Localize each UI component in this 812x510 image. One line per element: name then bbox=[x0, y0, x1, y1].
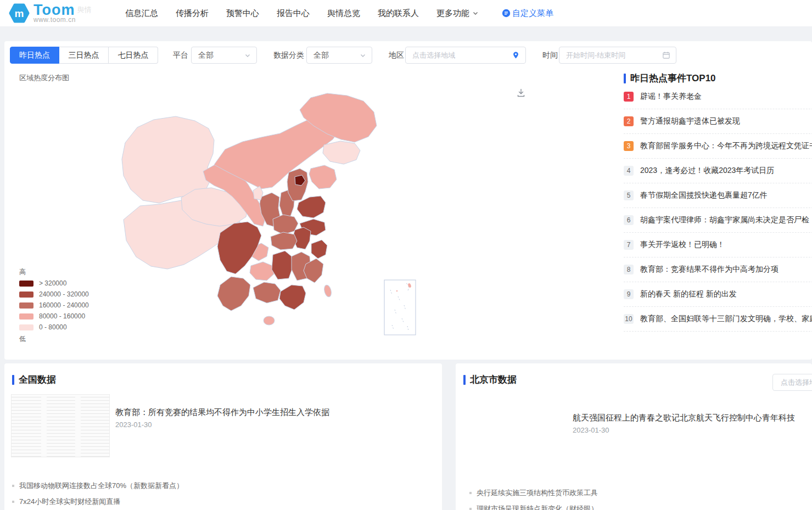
hot-event-row[interactable]: 2警方通报胡鑫宇遗体已被发现 bbox=[624, 109, 812, 134]
platform-label: 平台 bbox=[173, 47, 188, 64]
south-china-sea-inset bbox=[384, 280, 416, 335]
rank-badge: 5 bbox=[624, 190, 634, 200]
nav-menu: 信息汇总 传播分析 预警中心 报告中心 舆情总览 我的联系人 更多功能 自定义菜… bbox=[125, 0, 553, 26]
time-input-wrap bbox=[559, 47, 676, 64]
nav-item-info-summary[interactable]: 信息汇总 bbox=[125, 8, 158, 19]
custom-menu-label: 自定义菜单 bbox=[512, 8, 553, 19]
menu-circle-icon bbox=[502, 9, 511, 18]
hot-event-row[interactable]: 1辟谣！事关养老金 bbox=[624, 85, 812, 109]
hot-event-title[interactable]: 2023，逢考必过！收藏2023年考试日历 bbox=[640, 166, 774, 176]
legend-label-level5: > 320000 bbox=[39, 279, 66, 287]
rank-badge: 8 bbox=[624, 265, 634, 274]
rank-badge: 2 bbox=[624, 116, 634, 126]
platform-select-value: 全部 bbox=[198, 51, 244, 60]
brand-hexagon-icon: m bbox=[8, 2, 30, 24]
national-data-card: 全国数据 教育部：所有竞赛的结果均不得作为中小学生招生入学依据 2023-01-… bbox=[4, 363, 442, 510]
tab-seven-day-hot[interactable]: 七日热点 bbox=[109, 47, 158, 64]
hot-event-title[interactable]: 胡鑫宇案代理律师：胡鑫宇家属尚未决定是否尸检 bbox=[640, 215, 809, 225]
rank-badge: 7 bbox=[624, 240, 634, 250]
hot-event-title[interactable]: 事关开学返校！已明确！ bbox=[640, 240, 725, 250]
legend-label-level1: 0 - 80000 bbox=[39, 323, 67, 331]
news-list-text[interactable]: 理财市场呈现新特点新变化（财经眼） bbox=[477, 504, 598, 510]
news-thumbnail[interactable] bbox=[11, 394, 110, 457]
nav-item-contacts[interactable]: 我的联系人 bbox=[378, 8, 419, 19]
nav-item-opinion-overview[interactable]: 舆情总览 bbox=[327, 8, 360, 19]
hot-event-title[interactable]: 新的春天 新的征程 新的出发 bbox=[640, 289, 737, 299]
news-list-item[interactable]: 央行延续实施三项结构性货币政策工具 bbox=[469, 485, 807, 501]
news-title[interactable]: 教育部：所有竞赛的结果均不得作为中小学生招生入学依据 bbox=[115, 407, 434, 418]
news-list-item[interactable]: 理财市场呈现新特点新变化（财经眼） bbox=[469, 501, 807, 510]
hot-event-row[interactable]: 10教育部、全国妇联等十三部门发文明确，学校、家庭、社会 bbox=[624, 307, 812, 332]
legend-label-level2: 80000 - 160000 bbox=[39, 312, 85, 320]
tab-three-day-hot[interactable]: 三日热点 bbox=[59, 47, 109, 64]
rank-badge: 3 bbox=[624, 141, 634, 151]
hot-event-row[interactable]: 9新的春天 新的征程 新的出发 bbox=[624, 282, 812, 307]
map-title: 区域热度分布图 bbox=[19, 73, 69, 83]
beijing-region-select[interactable]: 点击选择地域 bbox=[772, 374, 812, 391]
hotspot-panel: 昨日热点 三日热点 七日热点 平台 全部 数据分类 全部 地区 时间 区域热度分… bbox=[4, 41, 812, 360]
news-list-item[interactable]: 7x24小时全球实时财经新闻直播 bbox=[12, 494, 436, 509]
hot-event-row[interactable]: 6胡鑫宇案代理律师：胡鑫宇家属尚未决定是否尸检 bbox=[624, 208, 812, 233]
svg-text:m: m bbox=[15, 8, 24, 19]
legend-low-label: 低 bbox=[19, 334, 89, 344]
rank-badge: 6 bbox=[624, 215, 634, 225]
hot-event-title[interactable]: 春节假期全国揽投快递包裹量超7亿件 bbox=[640, 190, 768, 200]
hot-event-title[interactable]: 教育部、全国妇联等十三部门发文明确，学校、家庭、社会 bbox=[640, 314, 812, 324]
news-list-text[interactable]: 央行延续实施三项结构性货币政策工具 bbox=[477, 488, 598, 498]
hot-event-row[interactable]: 5春节假期全国揽投快递包裹量超7亿件 bbox=[624, 183, 812, 208]
news-list-text[interactable]: 我国移动物联网连接数占全球70%（新数据新看点） bbox=[19, 481, 183, 491]
hot-event-row[interactable]: 8教育部：竞赛结果不得作为中高考加分项 bbox=[624, 257, 812, 282]
hot-event-row[interactable]: 42023，逢考必过！收藏2023年考试日历 bbox=[624, 159, 812, 183]
hot-event-row[interactable]: 7事关开学返校！已明确！ bbox=[624, 233, 812, 257]
nav-item-warning-center[interactable]: 预警中心 bbox=[226, 8, 259, 19]
title-accent-bar bbox=[12, 375, 14, 385]
national-card-title: 全国数据 bbox=[12, 373, 56, 386]
location-pin-icon[interactable] bbox=[512, 51, 520, 59]
chevron-down-icon bbox=[472, 10, 479, 16]
title-accent-bar bbox=[624, 74, 626, 83]
top10-title: 昨日热点事件TOP10 bbox=[624, 72, 812, 85]
nav-item-more-functions[interactable]: 更多功能 bbox=[436, 8, 479, 19]
news-list-item[interactable]: 我国移动物联网连接数占全球70%（新数据新看点） bbox=[12, 478, 436, 494]
legend-swatch-level5 bbox=[19, 281, 33, 287]
period-tabs: 昨日热点 三日热点 七日热点 bbox=[10, 47, 158, 64]
legend-high-label: 高 bbox=[19, 267, 89, 277]
brand-domain: www.toom.cn bbox=[33, 16, 91, 24]
custom-menu-link[interactable]: 自定义菜单 bbox=[502, 8, 553, 19]
news-title[interactable]: 航天强国征程上的青春之歌记北京航天飞行控制中心青年科技 bbox=[573, 413, 812, 423]
category-label: 数据分类 bbox=[273, 47, 304, 64]
news-thumbnail-placeholder bbox=[462, 394, 561, 457]
hot-event-title[interactable]: 教育部留学服务中心：今年不再为跨境远程文凭证书提供 bbox=[640, 141, 812, 151]
bullet-icon bbox=[12, 501, 14, 503]
heat-legend: 高 > 320000 240000 - 320000 160000 - 2400… bbox=[19, 266, 89, 346]
platform-select[interactable]: 全部 bbox=[191, 47, 257, 64]
tab-yesterday-hot[interactable]: 昨日热点 bbox=[10, 47, 59, 64]
hot-event-title[interactable]: 辟谣！事关养老金 bbox=[640, 92, 702, 102]
nav-item-more-label: 更多功能 bbox=[436, 8, 469, 19]
calendar-icon[interactable] bbox=[662, 51, 670, 59]
category-select[interactable]: 全部 bbox=[306, 47, 372, 64]
rank-badge: 9 bbox=[624, 289, 634, 299]
hot-event-title[interactable]: 教育部：竞赛结果不得作为中高考加分项 bbox=[640, 265, 779, 274]
news-list-text[interactable]: 7x24小时全球实时财经新闻直播 bbox=[19, 497, 120, 507]
download-icon[interactable] bbox=[516, 88, 526, 100]
bullet-icon bbox=[12, 485, 14, 487]
legend-label-level4: 240000 - 320000 bbox=[39, 290, 89, 298]
brand-logo[interactable]: m Toom 舆情 www.toom.cn bbox=[8, 2, 91, 24]
chevron-down-icon bbox=[360, 52, 366, 59]
bullet-icon bbox=[469, 508, 472, 510]
news-date: 2023-01-30 bbox=[573, 426, 609, 434]
nav-item-spread-analysis[interactable]: 传播分析 bbox=[176, 8, 209, 19]
top10-title-text: 昨日热点事件TOP10 bbox=[630, 72, 716, 85]
china-heat-map[interactable] bbox=[99, 88, 439, 340]
legend-swatch-level3 bbox=[19, 302, 33, 309]
region-label: 地区 bbox=[389, 47, 404, 64]
region-input[interactable] bbox=[412, 51, 512, 59]
rank-badge: 10 bbox=[624, 314, 634, 324]
time-range-input[interactable] bbox=[566, 51, 662, 59]
news-date: 2023-01-30 bbox=[115, 421, 152, 429]
hot-event-row[interactable]: 3教育部留学服务中心：今年不再为跨境远程文凭证书提供 bbox=[624, 134, 812, 159]
legend-swatch-level1 bbox=[19, 324, 33, 330]
nav-item-report-center[interactable]: 报告中心 bbox=[277, 8, 310, 19]
hot-event-title[interactable]: 警方通报胡鑫宇遗体已被发现 bbox=[640, 116, 740, 126]
